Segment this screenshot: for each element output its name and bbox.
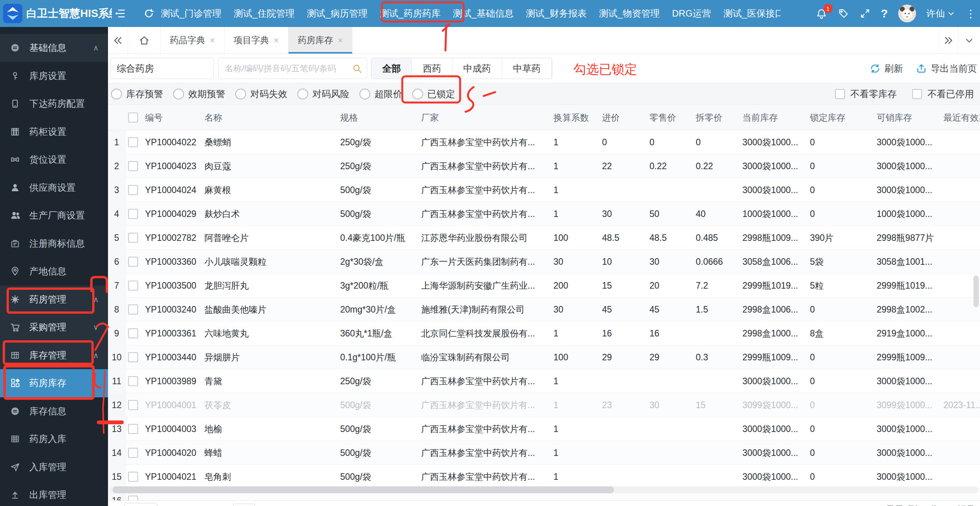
cell-locked-stock[interactable]: 0 xyxy=(810,447,815,458)
search-icon[interactable] xyxy=(352,63,363,74)
drug-name-link[interactable]: 麻黄根 xyxy=(204,184,231,196)
top-menu-item[interactable]: 测试_病历管理 xyxy=(307,7,368,20)
filter-radio[interactable]: 对码失效 xyxy=(235,88,287,100)
top-menu-item[interactable]: 测试_财务报表 xyxy=(526,7,587,20)
row-checkbox[interactable] xyxy=(128,257,138,267)
top-menu-item[interactable]: 测试_基础信息 xyxy=(453,7,513,20)
table-row[interactable]: 3 YP10004024 麻黄根 500g/袋 广西玉林参宝堂中药饮片有... … xyxy=(108,178,980,202)
cell-locked-stock[interactable]: 0 xyxy=(810,304,815,314)
sidebar-item[interactable]: 采购管理 ∨ xyxy=(0,313,108,341)
table-row[interactable]: 13 YP10004003 地榆 500g/袋 广西玉林参宝堂中药饮片有... … xyxy=(108,417,980,441)
tabs-menu-button[interactable] xyxy=(958,27,980,54)
sidebar-item[interactable]: 药柜设置 xyxy=(0,118,108,146)
page-tab[interactable]: 项目字典 × xyxy=(224,27,288,54)
top-menu-item[interactable]: 测试_药房药库 xyxy=(380,7,440,20)
cell-locked-stock[interactable]: 8盒 xyxy=(810,327,824,339)
cell-locked-stock[interactable]: 5粒 xyxy=(810,279,824,291)
drug-name-link[interactable]: 阿普唑仑片 xyxy=(204,232,249,244)
row-checkbox[interactable] xyxy=(128,448,138,458)
avatar[interactable] xyxy=(898,5,916,22)
filter-radio[interactable]: 超限价 xyxy=(359,88,402,100)
drug-name-link[interactable]: 六味地黄丸 xyxy=(204,327,249,339)
home-tab-button[interactable] xyxy=(128,27,160,54)
top-menu-item[interactable]: 测试_物资管理 xyxy=(599,7,660,20)
table-row[interactable]: 14 YP10004020 蜂蜡 500g/袋 广西玉林参宝堂中药饮片有... … xyxy=(108,441,980,465)
table-row[interactable]: 6 YP10003360 小儿咳喘灵颗粒 2g*30袋/盒 广东一片天医药集团制… xyxy=(108,250,980,274)
sidebar-item[interactable]: 下达药房配置 xyxy=(0,90,108,118)
page-number-input[interactable]: 1 xyxy=(233,504,255,506)
sidebar-item[interactable]: 药房库存 xyxy=(0,369,108,397)
table-row[interactable]: 15 YP10004021 皂角刺 500g/袋 广西玉林参宝堂中药饮片有...… xyxy=(108,465,980,489)
tag-icon[interactable] xyxy=(838,8,849,19)
sidebar-item[interactable]: 生产厂商设置 xyxy=(0,202,108,230)
table-row[interactable]: 11 YP10003989 青黛 250g/袋 广西玉林参宝堂中药饮片有... … xyxy=(108,369,980,393)
cell-locked-stock[interactable]: 0 xyxy=(810,185,815,195)
row-checkbox[interactable] xyxy=(128,161,138,171)
sidebar-item[interactable]: 库存信息 xyxy=(0,397,108,425)
help-icon[interactable]: ? xyxy=(881,7,888,20)
drug-name-link[interactable]: 麸炒白术 xyxy=(204,208,240,220)
prev-page-button[interactable]: ‹ xyxy=(186,504,189,506)
sidebar-item[interactable]: 注册商标信息 xyxy=(0,230,108,258)
cell-locked-stock[interactable]: 0 xyxy=(810,161,815,171)
filter-radio[interactable]: 已锁定 xyxy=(412,88,455,100)
refresh-page-button[interactable] xyxy=(143,0,154,27)
table-row[interactable]: 7 YP10003500 龙胆泻肝丸 3g*200粒/瓶 上海华源制药安徽广生药… xyxy=(108,274,980,298)
table-row[interactable]: 2 YP10004023 肉豆蔻 250g/袋 广西玉林参宝堂中药饮片有... … xyxy=(108,154,980,178)
vertical-scrollbar-thumb[interactable] xyxy=(973,276,979,307)
row-checkbox[interactable] xyxy=(128,137,138,147)
cell-locked-stock[interactable]: 5袋 xyxy=(810,256,824,267)
cell-locked-stock[interactable]: 0 xyxy=(810,400,815,410)
drug-name-link[interactable]: 桑螵蛸 xyxy=(204,136,231,148)
sidebar-item[interactable]: 入库管理 xyxy=(0,453,108,481)
collapse-sidebar-button[interactable] xyxy=(114,0,126,27)
page-size-select[interactable]: 40 xyxy=(124,503,157,506)
drug-name-link[interactable]: 小儿咳喘灵颗粒 xyxy=(204,256,267,267)
table-row[interactable]: 9 YP10003361 六味地黄丸 360丸*1瓶/盒 北京同仁堂科技发展股份… xyxy=(108,321,980,345)
row-checkbox[interactable] xyxy=(128,424,138,434)
drug-name-link[interactable]: 皂角刺 xyxy=(204,471,231,482)
row-checkbox[interactable] xyxy=(128,472,138,482)
cell-locked-stock[interactable]: 0 xyxy=(810,208,815,219)
filter-radio[interactable]: 效期预警 xyxy=(173,88,225,100)
category-button[interactable]: 中成药 xyxy=(452,58,502,79)
close-tab-icon[interactable]: × xyxy=(338,35,343,45)
more-options-icon[interactable]: ⋮ xyxy=(965,7,976,20)
sidebar-item[interactable]: 药房入库 xyxy=(0,425,108,453)
cell-locked-stock[interactable]: 0 xyxy=(810,352,815,362)
row-checkbox[interactable] xyxy=(128,352,138,362)
row-checkbox[interactable] xyxy=(128,233,138,243)
sidebar-item[interactable]: 货位设置 xyxy=(0,146,108,174)
filter-radio[interactable]: 库存预警 xyxy=(111,88,163,100)
cell-locked-stock[interactable]: 0 xyxy=(810,137,815,147)
row-checkbox[interactable] xyxy=(128,304,138,314)
horizontal-scrollbar[interactable] xyxy=(110,486,978,493)
row-checkbox[interactable] xyxy=(128,400,138,410)
category-button[interactable]: 中草药 xyxy=(502,58,552,79)
table-row[interactable]: 10 YP10003440 异烟肼片 0.1g*100片/瓶 临汾宝珠制药有限公… xyxy=(108,345,980,369)
row-checkbox[interactable] xyxy=(128,376,138,386)
sidebar-item[interactable]: 库存管理 ∧ xyxy=(0,341,108,370)
first-page-button[interactable]: « xyxy=(170,504,175,506)
row-checkbox[interactable] xyxy=(128,185,138,195)
category-button[interactable]: 西药 xyxy=(412,58,452,79)
top-menu-item[interactable]: 测试_住院管理 xyxy=(234,7,294,20)
sidebar-item[interactable]: 药房管理 ∧ xyxy=(0,286,108,314)
drug-name-link[interactable]: 龙胆泻肝丸 xyxy=(204,279,249,291)
sidebar-item[interactable]: 库房设置 xyxy=(0,62,108,90)
drug-name-link[interactable]: 青黛 xyxy=(204,375,222,387)
sidebar-item[interactable]: 供应商设置 xyxy=(0,174,108,202)
filter-radio[interactable]: 对码风险 xyxy=(297,88,349,100)
drug-name-link[interactable]: 地榆 xyxy=(204,423,222,435)
drug-name-link[interactable]: 肉豆蔻 xyxy=(204,160,231,172)
table-row[interactable]: 4 YP10004029 麸炒白术 500g/袋 广西玉林参宝堂中药饮片有...… xyxy=(108,202,980,226)
filter-checkbox[interactable]: 不看零库存 xyxy=(835,88,897,100)
category-button[interactable]: 全部 xyxy=(371,58,412,79)
cell-locked-stock[interactable]: 0 xyxy=(810,471,815,482)
top-menu-item[interactable]: DRG运营 xyxy=(672,7,711,20)
drug-name-link[interactable]: 异烟肼片 xyxy=(204,351,240,363)
sidebar-item[interactable]: 出库管理 xyxy=(0,481,108,506)
close-tab-icon[interactable]: × xyxy=(210,35,215,45)
tabs-scroll-left-button[interactable] xyxy=(108,27,128,54)
sidebar-item[interactable]: 基础信息 ∧ xyxy=(0,34,108,62)
